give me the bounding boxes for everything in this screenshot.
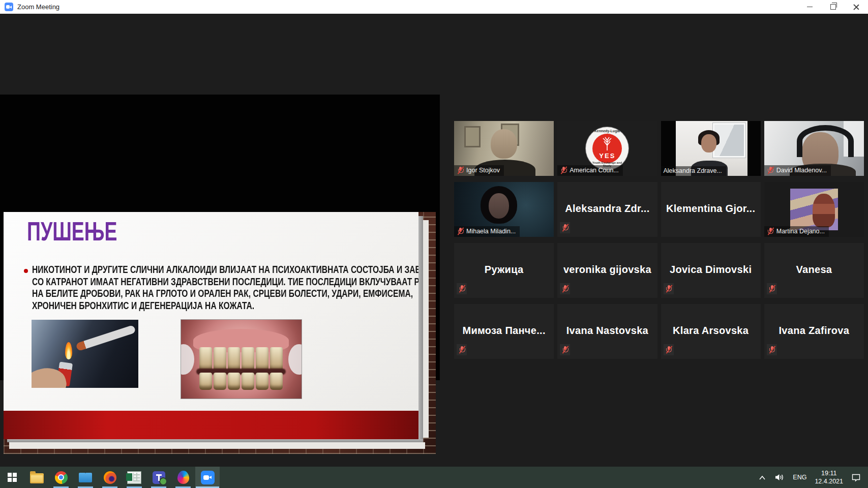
paint3d-icon [177, 471, 189, 484]
shared-screen-area: ПУШЕЊЕ НИКОТИНОТ И ДРУГИТЕ СЛИЧНИ АЛКАЛО… [0, 95, 440, 380]
participant-name: veronika gijovska [557, 243, 657, 298]
clock-time: 19:11 [815, 469, 843, 477]
muted-mic-icon [561, 285, 568, 293]
participant-name: Aleksandra Zdrave... [664, 167, 722, 174]
participant-tile[interactable]: Martina Dejano... [764, 182, 864, 237]
muted-mic-icon [768, 346, 775, 354]
muted-mic-icon [665, 346, 672, 354]
participant-tile[interactable]: Ружица [454, 243, 554, 298]
teams-icon [153, 471, 165, 484]
close-button[interactable] [845, 0, 868, 14]
zoom-taskbar-button[interactable] [195, 467, 220, 488]
file-explorer-button[interactable] [24, 467, 49, 488]
participant-name: Klara Arsovska [661, 304, 761, 359]
participant-name: Mihaela Miladin... [466, 228, 516, 235]
participant-name: Ivana Nastovska [557, 304, 657, 359]
mail-icon [79, 473, 92, 482]
damaged-teeth-image [181, 319, 302, 399]
muted-mic-icon [457, 227, 464, 235]
window-title: Zoom Meeting [17, 3, 59, 11]
minimize-button[interactable] [798, 0, 821, 14]
participant-name: Мимоза Панче... [454, 304, 554, 359]
muted-mic-icon [560, 166, 567, 174]
taskbar-clock[interactable]: 19:11 12.4.2021 [815, 469, 843, 486]
participant-tile[interactable]: Klementina Gjor... [661, 182, 761, 237]
chevron-up-icon [758, 475, 766, 480]
zoom-icon [201, 471, 215, 484]
muted-mic-icon [767, 227, 774, 235]
tree-icon [599, 136, 615, 151]
show-hidden-icons-button[interactable] [758, 475, 766, 480]
firefox-icon [104, 471, 116, 484]
windows-taskbar: ENG 19:11 12.4.2021 [0, 467, 868, 488]
participant-name: Klementina Gjor... [661, 182, 761, 237]
slide-red-band [4, 411, 418, 439]
participant-name: Ружица [454, 243, 554, 298]
restore-button[interactable] [821, 0, 845, 14]
participant-name-label: Martina Dejano... [764, 226, 829, 237]
restore-icon [830, 4, 836, 10]
participant-gallery: Igor Stojkov Kennedy-Lugar YES Youth Exc… [454, 121, 864, 359]
slide-body-line: НИКОТИНОТ И ДРУГИТЕ СЛИЧНИ АЛКАЛОИДИ ВЛИ… [32, 264, 418, 276]
participant-name: Vanesa [764, 243, 864, 298]
participant-tile[interactable]: Kennedy-Lugar YES Youth Exchange and Stu… [557, 121, 657, 176]
slide-body-line: СО КАТРАНОТ ИМААТ НЕГАТИВНИ ЗДРАВСТВЕНИ … [32, 276, 418, 288]
participant-name-label: Aleksandra Zdrave... [661, 166, 726, 176]
participant-tile[interactable]: veronika gijovska [557, 243, 657, 298]
presentation-slide: ПУШЕЊЕ НИКОТИНОТ И ДРУГИТЕ СЛИЧНИ АЛКАЛО… [4, 212, 418, 439]
participant-tile[interactable]: Mihaela Miladin... [454, 182, 554, 237]
zoom-meeting-window: Zoom Meeting ПУШЕЊЕ НИКОТИНОТ И ДРУГИТЕ … [0, 0, 868, 488]
excel-button[interactable] [122, 467, 146, 488]
firefox-button[interactable] [98, 467, 122, 488]
participant-name: Jovica Dimovski [661, 243, 761, 298]
slide-body-line: ХРОНИЧЕН БРОНХИТИС И ДЕГЕНЕРАЦИЈА НА КОЖ… [32, 300, 418, 312]
slide-title: ПУШЕЊЕ [27, 216, 117, 247]
muted-mic-icon [457, 166, 464, 174]
participant-tile[interactable]: David Mladenov... [764, 121, 864, 176]
yes-program-logo: Kennedy-Lugar YES Youth Exchange and Stu… [586, 127, 628, 170]
windows-logo-icon [8, 473, 17, 482]
minimize-icon [807, 7, 813, 8]
participant-name: David Mladenov... [776, 167, 827, 174]
participant-name-label: Mihaela Miladin... [454, 226, 520, 237]
system-tray: ENG 19:11 12.4.2021 [758, 467, 868, 488]
window-titlebar: Zoom Meeting [0, 0, 868, 14]
muted-mic-icon [768, 285, 775, 293]
participant-tile-active-speaker[interactable]: Aleksandra Zdrave... [661, 121, 761, 176]
action-center-button[interactable] [851, 473, 861, 482]
slide-body-line: НА БЕЛИТЕ ДРОБОВИ, РАК НА ГРЛОТО И ОРАЛЕ… [32, 288, 418, 300]
excel-icon [127, 471, 141, 484]
participant-tile[interactable]: Vanesa [764, 243, 864, 298]
chrome-icon [55, 471, 68, 484]
slide-body-text: НИКОТИНОТ И ДРУГИТЕ СЛИЧНИ АЛКАЛОИДИ ВЛИ… [32, 264, 418, 312]
notification-icon [851, 473, 861, 482]
file-explorer-icon [30, 473, 44, 483]
volume-button[interactable] [774, 473, 785, 481]
participant-name: American Coun... [570, 167, 619, 174]
participant-tile[interactable]: Klara Arsovska [661, 304, 761, 359]
start-button[interactable] [0, 467, 24, 488]
teams-status-badge [159, 477, 167, 485]
cigarette-lighter-image [32, 320, 138, 388]
language-indicator[interactable]: ENG [793, 474, 806, 481]
muted-mic-icon [561, 224, 568, 232]
mail-button[interactable] [73, 467, 98, 488]
close-icon [853, 4, 859, 10]
participant-name: Martina Dejano... [776, 228, 825, 235]
participant-tile[interactable]: Ivana Nastovska [557, 304, 657, 359]
teams-button[interactable] [146, 467, 171, 488]
zoom-app-icon [5, 3, 13, 11]
participant-name: Aleksandra Zdr... [557, 182, 657, 237]
paint3d-button[interactable] [171, 467, 195, 488]
clock-date: 12.4.2021 [815, 477, 843, 485]
participant-tile[interactable]: Aleksandra Zdr... [557, 182, 657, 237]
participant-name-label: David Mladenov... [764, 165, 831, 176]
participant-tile[interactable]: Ivana Zafirova [764, 304, 864, 359]
participant-name-label: American Coun... [557, 165, 623, 176]
participant-tile[interactable]: Jovica Dimovski [661, 243, 761, 298]
participant-tile[interactable]: Igor Stojkov [454, 121, 554, 176]
muted-mic-icon [458, 346, 465, 354]
chrome-button[interactable] [49, 467, 73, 488]
participant-name: Ivana Zafirova [764, 304, 864, 359]
participant-tile[interactable]: Мимоза Панче... [454, 304, 554, 359]
